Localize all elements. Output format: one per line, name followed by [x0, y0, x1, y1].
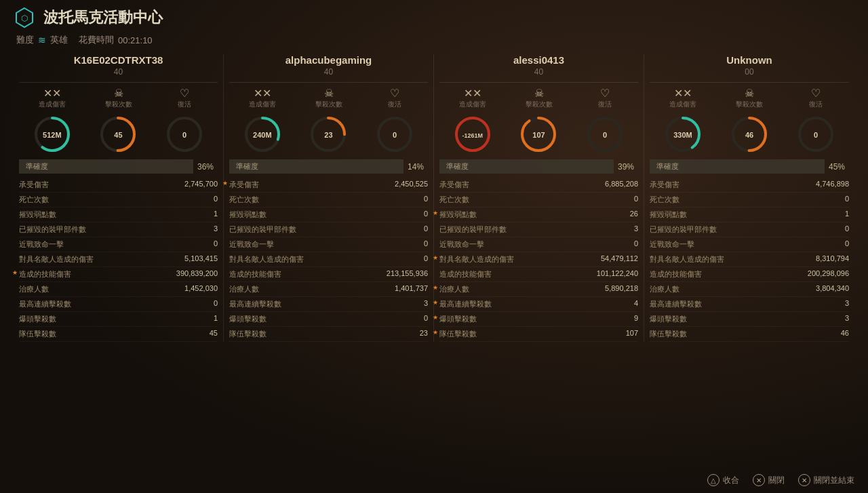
stat-value-3-10: 46	[795, 329, 849, 339]
stat-icon-label-0-0: 造成傷害	[19, 100, 85, 109]
circle-value-0-0: 512M	[43, 131, 62, 139]
stat-name-3-4: 近戰致命一擊	[650, 239, 795, 250]
circles-row-0: 512M 45 0	[19, 115, 218, 154]
subtitle-bar: 難度 ≋ 英雄 花費時間 00:21:10	[14, 34, 854, 46]
circle-value-0-1: 45	[114, 131, 122, 139]
header: ⬡ 波托馬克活動中心	[14, 7, 854, 28]
stats-icons-row-0: ✕✕造成傷害☠擊殺次數♡復活	[19, 87, 218, 109]
stat-value-1-8: 3	[374, 299, 428, 309]
stat-value-0-1: 0	[163, 195, 218, 205]
stat-icon-symbol-2-1: ☠	[506, 87, 572, 100]
stat-icon-symbol-2-0: ✕✕	[439, 87, 506, 100]
stat-name-3-3: 已摧毀的裝甲部件數	[650, 224, 795, 235]
stat-value-0-7: 1,452,030	[163, 284, 218, 294]
circle-value-3-0: 330M	[673, 131, 692, 139]
stat-icon-col-3-0: ✕✕造成傷害	[650, 87, 716, 109]
stat-icon-col-1-0: ✕✕造成傷害	[229, 87, 296, 109]
close-end-button[interactable]: ✕ 關閉並結束	[798, 474, 854, 486]
stat-value-1-6: 213,155,936	[374, 269, 428, 279]
circle-stat-3-1: 46	[730, 115, 769, 154]
stat-value-0-10: 45	[163, 329, 218, 339]
stats-list-0: 承受傷害 2,745,700 死亡次數 0 摧毀弱點數 1 已摧毀的裝甲部件數 …	[19, 178, 218, 342]
collapse-button[interactable]: △ 收合	[707, 474, 739, 486]
stat-value-1-2: 0	[374, 210, 428, 220]
stat-value-3-5: 8,310,794	[795, 254, 849, 264]
stat-name-0-7: 治療人數	[19, 284, 163, 294]
page-title: 波托馬克活動中心	[43, 7, 163, 28]
stat-row: 隊伍擊殺數 23	[229, 327, 428, 342]
stat-icon-symbol-3-1: ☠	[716, 87, 783, 100]
circle-stat-1-1: 23	[309, 115, 348, 154]
close-label: 關閉	[768, 475, 785, 486]
stats-icons-row-3: ✕✕造成傷害☠擊殺次數♡復活	[650, 87, 849, 109]
stat-icon-label-3-1: 擊殺次數	[716, 100, 783, 109]
stat-name-3-10: 隊伍擊殺數	[650, 329, 795, 339]
stat-value-2-8: 4	[584, 299, 638, 309]
circle-stat-0-2: 0	[165, 115, 204, 154]
stat-row: 近戰致命一擊 0	[229, 237, 428, 252]
close-end-label: 關閉並結束	[814, 475, 854, 486]
stat-row: 最高連續擊殺數 0	[19, 297, 218, 312]
stat-icon-label-1-1: 擊殺次數	[296, 100, 362, 109]
stat-icon-label-1-0: 造成傷害	[229, 100, 296, 109]
circle-stat-3-0: 330M	[663, 115, 703, 154]
stat-value-3-9: 3	[795, 314, 849, 324]
stat-row: 承受傷害 6,885,208	[439, 178, 638, 193]
stat-row: 已摧毀的裝甲部件數 3	[19, 222, 218, 237]
footer: △ 收合 ✕ 關閉 ✕ 關閉並結束	[707, 474, 854, 486]
stat-row: 死亡次數 0	[229, 193, 428, 208]
circle-stat-1-0: 240M	[243, 115, 282, 154]
stat-value-2-7: 5,890,218	[584, 284, 638, 294]
accuracy-row-1: 準確度 14%	[229, 159, 428, 174]
stat-name-2-9: 爆頭擊殺數	[439, 314, 584, 324]
stat-name-2-4: 近戰致命一擊	[439, 239, 584, 250]
svg-text:⬡: ⬡	[21, 14, 28, 23]
circles-row-1: 240M 23 0	[229, 115, 428, 154]
circle-value-2-1: 107	[532, 131, 545, 139]
stat-row: 最高連續擊殺數 3	[650, 297, 849, 312]
stat-row: 對具名敵人造成的傷害 54,479,112	[439, 252, 638, 267]
stat-name-1-4: 近戰致命一擊	[229, 239, 374, 250]
stat-row: 造成的技能傷害 213,155,936	[229, 267, 428, 282]
stat-value-0-6: 390,839,200	[163, 269, 218, 279]
stat-value-1-3: 0	[374, 224, 428, 235]
circle-value-3-1: 46	[745, 131, 753, 139]
close-button[interactable]: ✕ 關閉	[753, 474, 785, 486]
stat-icon-col-0-0: ✕✕造成傷害	[19, 87, 85, 109]
stat-icon-symbol-0-0: ✕✕	[19, 87, 85, 100]
circle-value-1-1: 23	[324, 131, 332, 139]
circle-stat-2-0: -1261M	[453, 115, 492, 154]
stats-icons-row-1: ✕✕造成傷害☠擊殺次數♡復活	[229, 87, 428, 109]
stat-icon-label-1-2: 復活	[361, 100, 428, 109]
stat-name-3-7: 治療人數	[650, 284, 795, 294]
stat-value-2-0: 6,885,208	[584, 180, 638, 190]
stat-row: 造成的技能傷害 390,839,200	[19, 267, 218, 282]
time-item: 花費時間 00:21:10	[79, 34, 153, 46]
player-level-0: 40	[19, 67, 218, 77]
accuracy-label-0: 準確度	[19, 159, 193, 174]
stat-name-0-4: 近戰致命一擊	[19, 239, 163, 250]
circle-stat-0-1: 45	[98, 115, 138, 154]
stat-value-0-8: 0	[163, 299, 218, 309]
stat-row: 已摧毀的裝甲部件數 0	[229, 222, 428, 237]
stat-row: 爆頭擊殺數 1	[19, 312, 218, 327]
stat-icon-symbol-1-2: ♡	[361, 87, 428, 100]
player-col-1: alphacubegaming40✕✕造成傷害☠擊殺次數♡復活 240M 23	[224, 54, 434, 342]
player-col-0: K16E02CDTRXT3840✕✕造成傷害☠擊殺次數♡復活 512M 45	[14, 54, 224, 342]
stat-value-0-2: 1	[163, 210, 218, 220]
circle-value-1-0: 240M	[253, 131, 272, 139]
stat-value-1-4: 0	[374, 239, 428, 250]
stat-name-0-1: 死亡次數	[19, 195, 163, 205]
player-name-3: Unknown	[650, 54, 849, 66]
stat-row: 造成的技能傷害 200,298,096	[650, 267, 849, 282]
stat-row: 對具名敵人造成的傷害 5,103,415	[19, 252, 218, 267]
stat-value-1-5: 0	[374, 254, 428, 264]
stat-value-1-10: 23	[374, 329, 428, 339]
stat-name-1-7: 治療人數	[229, 284, 374, 294]
player-col-3: Unknown00✕✕造成傷害☠擊殺次數♡復活 330M 46 0	[644, 54, 854, 342]
stat-icon-col-1-1: ☠擊殺次數	[296, 87, 362, 109]
stats-list-1: 承受傷害 2,450,525 死亡次數 0 摧毀弱點數 0 已摧毀的裝甲部件數 …	[229, 178, 428, 342]
stat-name-1-6: 造成的技能傷害	[229, 269, 374, 279]
stat-icon-col-0-2: ♡復活	[151, 87, 218, 109]
accuracy-label-3: 準確度	[650, 159, 825, 174]
